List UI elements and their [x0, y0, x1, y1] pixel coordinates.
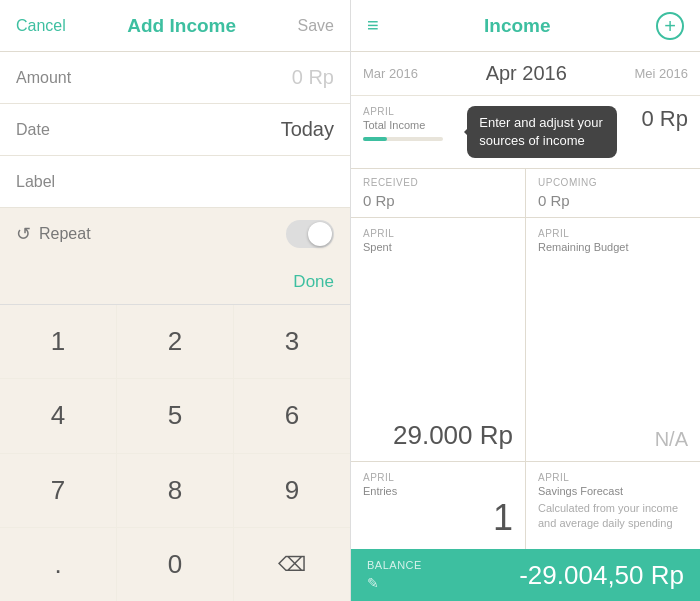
- upcoming-amount: 0 Rp: [538, 192, 688, 209]
- remaining-period: APRIL: [538, 228, 688, 239]
- received-card: Received 0 Rp: [351, 169, 525, 217]
- tooltip-bubble: Enter and adjust your sources of income: [467, 106, 617, 158]
- repeat-toggle[interactable]: [286, 220, 334, 248]
- remaining-amount: N/A: [538, 428, 688, 451]
- income-progress-bar: [363, 137, 443, 141]
- right-panel: ≡ Income + Mar 2016 Apr 2016 Mei 2016 AP…: [350, 0, 700, 601]
- total-income-period: APRIL: [363, 106, 443, 117]
- entries-period: APRIL: [363, 472, 513, 483]
- total-income-left: APRIL Total Income: [363, 106, 443, 141]
- repeat-text: Repeat: [39, 225, 91, 243]
- toggle-knob: [308, 222, 332, 246]
- done-row: Done: [0, 260, 350, 304]
- spent-period: APRIL: [363, 228, 513, 239]
- done-button[interactable]: Done: [293, 268, 334, 296]
- key-7[interactable]: 7: [0, 454, 116, 527]
- left-panel: Cancel Add Income Save Amount 0 Rp Date …: [0, 0, 350, 601]
- forecast-label: Savings Forecast: [538, 485, 688, 497]
- spent-card: APRIL Spent 29.000 Rp: [351, 218, 525, 461]
- income-title: Income: [484, 15, 551, 37]
- current-month: Apr 2016: [486, 62, 567, 85]
- amount-row[interactable]: Amount 0 Rp: [0, 52, 350, 104]
- keypad: 1 2 3 4 5 6 7 8 9 . 0 ⌫: [0, 304, 350, 601]
- total-income-card: APRIL Total Income Enter and adjust your…: [351, 96, 700, 168]
- key-5[interactable]: 5: [117, 379, 233, 452]
- amount-label: Amount: [16, 69, 71, 87]
- key-2[interactable]: 2: [117, 305, 233, 378]
- key-4[interactable]: 4: [0, 379, 116, 452]
- spent-remaining-row: APRIL Spent 29.000 Rp APRIL Remaining Bu…: [351, 218, 700, 461]
- key-1[interactable]: 1: [0, 305, 116, 378]
- cards-area: APRIL Total Income Enter and adjust your…: [351, 96, 700, 549]
- received-label: Received: [363, 177, 513, 188]
- balance-amount: -29.004,50 Rp: [432, 560, 684, 591]
- left-header: Cancel Add Income Save: [0, 0, 350, 52]
- entries-amount: 1: [363, 497, 513, 539]
- entries-forecast-row: APRIL Entries 1 APRIL Savings Forecast C…: [351, 462, 700, 549]
- key-backspace[interactable]: ⌫: [234, 528, 350, 601]
- balance-label: BALANCE: [367, 559, 422, 571]
- spent-amount: 29.000 Rp: [363, 420, 513, 451]
- cancel-button[interactable]: Cancel: [16, 17, 66, 35]
- key-3[interactable]: 3: [234, 305, 350, 378]
- remaining-card: APRIL Remaining Budget N/A: [526, 218, 700, 461]
- entries-label: Entries: [363, 485, 513, 497]
- key-0[interactable]: 0: [117, 528, 233, 601]
- income-progress-fill: [363, 137, 387, 141]
- upcoming-label: Upcoming: [538, 177, 688, 188]
- spent-label: Spent: [363, 241, 513, 253]
- received-upcoming-row: Received 0 Rp Upcoming 0 Rp: [351, 169, 700, 217]
- received-amount: 0 Rp: [363, 192, 513, 209]
- forecast-card: APRIL Savings Forecast Calculated from y…: [526, 462, 700, 549]
- balance-bar: BALANCE ✎ -29.004,50 Rp: [351, 549, 700, 601]
- remaining-label: Remaining Budget: [538, 241, 688, 253]
- key-6[interactable]: 6: [234, 379, 350, 452]
- total-income-amount: 0 Rp: [642, 106, 688, 132]
- add-income-title: Add Income: [127, 15, 236, 37]
- forecast-period: APRIL: [538, 472, 688, 483]
- amount-value: 0 Rp: [292, 66, 334, 89]
- form-section: Amount 0 Rp Date Today Label: [0, 52, 350, 208]
- total-income-sublabel: Total Income: [363, 119, 443, 131]
- date-value: Today: [281, 118, 334, 141]
- edit-icon[interactable]: ✎: [367, 575, 422, 591]
- repeat-icon: ↺: [16, 223, 31, 245]
- add-income-button[interactable]: +: [656, 12, 684, 40]
- label-label: Label: [16, 173, 55, 191]
- entries-card: APRIL Entries 1: [351, 462, 525, 549]
- key-8[interactable]: 8: [117, 454, 233, 527]
- next-month[interactable]: Mei 2016: [635, 66, 688, 81]
- date-row[interactable]: Date Today: [0, 104, 350, 156]
- month-nav: Mar 2016 Apr 2016 Mei 2016: [351, 52, 700, 96]
- key-9[interactable]: 9: [234, 454, 350, 527]
- balance-label-group: BALANCE ✎: [367, 559, 422, 591]
- date-label: Date: [16, 121, 50, 139]
- repeat-row: ↺ Repeat: [0, 208, 350, 260]
- label-row[interactable]: Label: [0, 156, 350, 208]
- prev-month[interactable]: Mar 2016: [363, 66, 418, 81]
- key-dot[interactable]: .: [0, 528, 116, 601]
- save-button[interactable]: Save: [298, 17, 334, 35]
- right-header: ≡ Income +: [351, 0, 700, 52]
- menu-icon[interactable]: ≡: [367, 14, 379, 37]
- forecast-desc: Calculated from your income and average …: [538, 501, 688, 532]
- repeat-label: ↺ Repeat: [16, 223, 91, 245]
- upcoming-card: Upcoming 0 Rp: [526, 169, 700, 217]
